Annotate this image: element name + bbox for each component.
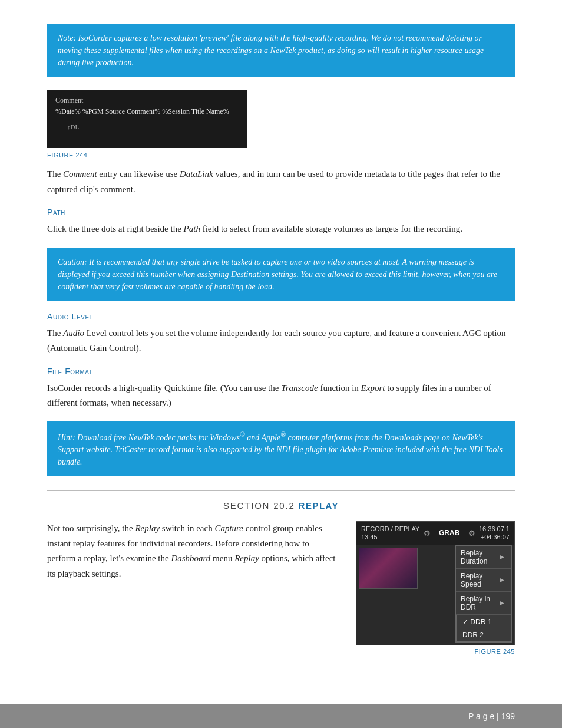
file-format-heading: File Format bbox=[47, 367, 515, 376]
audio-text-before: The bbox=[47, 328, 63, 338]
path-text-before: Click the three dots at right beside the bbox=[47, 224, 184, 233]
caution-text: Caution: It is recommended that any sing… bbox=[58, 258, 497, 291]
comment-value: %Date% %PGM Source Comment% %Session Tit… bbox=[55, 107, 239, 116]
record-replay-panel: RECORD / REPLAY 13:45 ⚙ GRAB ⚙ 16:36:07:… bbox=[356, 521, 515, 645]
audio-text-after: Level control lets you set the volume in… bbox=[47, 328, 506, 353]
rrp-header-left: RECORD / REPLAY 13:45 bbox=[361, 525, 419, 542]
replay-in-ddr-label: Replay in DDR bbox=[461, 595, 500, 611]
rrp-offset: +04:36:07 bbox=[479, 533, 510, 541]
replay-duration-label: Replay Duration bbox=[461, 549, 500, 565]
replay-in-ddr-item[interactable]: Replay in DDR ▶ bbox=[456, 592, 511, 615]
ddr2-item[interactable]: DDR 2 bbox=[457, 628, 511, 641]
note-box-text: Note: IsoCorder captures a low resolutio… bbox=[58, 34, 484, 67]
body-text-middle: entry can likewise use bbox=[97, 169, 180, 179]
note-box: Note: IsoCorder captures a low resolutio… bbox=[47, 24, 515, 77]
rrp-time: 13:45 bbox=[361, 533, 419, 541]
page: Note: IsoCorder captures a low resolutio… bbox=[0, 0, 562, 728]
grab-button[interactable]: GRAB bbox=[434, 529, 464, 537]
replay-duration-item[interactable]: Replay Duration ▶ bbox=[456, 546, 511, 569]
section-title: SECTION 20.2 REPLAY bbox=[47, 500, 515, 510]
caution-box: Caution: It is recommended that any sing… bbox=[47, 248, 515, 301]
dashboard-italic: Dashboard bbox=[171, 554, 210, 563]
audio-level-heading: Audio Level bbox=[47, 312, 515, 321]
rrp-header-right: 16:36:07:1 +04:36:07 bbox=[479, 525, 510, 542]
body-text-before: The bbox=[47, 169, 63, 179]
rrp-thumbnail bbox=[359, 548, 418, 589]
datalink-italic: DataLink bbox=[180, 169, 213, 179]
comment-figure: Comment %Date% %PGM Source Comment% %Ses… bbox=[47, 90, 515, 148]
ddr-submenu: ✓ DDR 1 DDR 2 bbox=[456, 615, 511, 642]
replay-duration-arrow: ▶ bbox=[500, 554, 504, 560]
section-divider bbox=[47, 490, 515, 491]
comment-italic: Comment bbox=[63, 169, 97, 179]
ff-text-before: IsoCorder records a high-quality Quickti… bbox=[47, 383, 281, 393]
path-text-after: field to select from available storage v… bbox=[200, 224, 462, 233]
cursor-icon: ↕DL bbox=[55, 123, 239, 130]
ddr1-item[interactable]: ✓ DDR 1 bbox=[457, 615, 511, 628]
file-format-text: IsoCorder records a high-quality Quickti… bbox=[47, 381, 515, 411]
figure-244-caption: FIGURE 244 bbox=[47, 151, 515, 159]
hint-text-before: Hint: Download free NewTek codec packs f… bbox=[58, 433, 240, 442]
audio-italic: Audio bbox=[63, 328, 84, 338]
audio-level-text: The Audio Level control lets you set the… bbox=[47, 326, 515, 356]
gear-icon: ⚙ bbox=[424, 529, 431, 538]
section-number: SECTION 20.2 bbox=[223, 500, 295, 510]
replay-speed-item[interactable]: Replay Speed ▶ bbox=[456, 569, 511, 592]
replay-text-block: Not too surprisingly, the Replay switch … bbox=[47, 521, 338, 581]
rrp-body: Replay Duration ▶ Replay Speed ▶ Replay … bbox=[356, 545, 514, 645]
replay-italic2: Replay bbox=[234, 554, 259, 563]
replay-section: Not too surprisingly, the Replay switch … bbox=[47, 521, 515, 655]
section-name: REPLAY bbox=[299, 500, 339, 510]
path-body-text: Click the three dots at right beside the… bbox=[47, 222, 515, 237]
page-footer: P a g e | 199 bbox=[0, 704, 562, 728]
hint-sup2: ® bbox=[280, 431, 286, 439]
replay-text1: Not too surprisingly, the bbox=[47, 523, 135, 533]
comment-label: Comment bbox=[55, 96, 239, 105]
replay-text4: menu bbox=[210, 554, 234, 563]
replay-italic1: Replay bbox=[135, 523, 160, 533]
hint-box: Hint: Download free NewTek codec packs f… bbox=[47, 421, 515, 477]
rrp-title: RECORD / REPLAY bbox=[361, 525, 419, 533]
transcode-italic: Transcode bbox=[281, 383, 318, 393]
rrp-timecode: 16:36:07:1 bbox=[479, 525, 510, 533]
replay-ddr-arrow: ▶ bbox=[500, 599, 504, 606]
replay-speed-arrow: ▶ bbox=[500, 577, 504, 583]
path-heading: Path bbox=[47, 207, 515, 217]
figure-245-caption: FIGURE 245 bbox=[356, 648, 515, 655]
rrp-right: Replay Duration ▶ Replay Speed ▶ Replay … bbox=[420, 545, 514, 645]
comment-box: Comment %Date% %PGM Source Comment% %Ses… bbox=[47, 90, 247, 148]
hint-sup1: ® bbox=[240, 431, 245, 439]
export-italic: Export bbox=[361, 383, 385, 393]
replay-speed-label: Replay Speed bbox=[461, 572, 500, 588]
replay-text2: switch in each bbox=[160, 523, 214, 533]
hint-text-middle: and Apple bbox=[245, 433, 280, 442]
capture-italic: Capture bbox=[214, 523, 243, 533]
path-italic: Path bbox=[184, 224, 200, 233]
gear-icon-2: ⚙ bbox=[468, 529, 475, 538]
page-number: P a g e | 199 bbox=[468, 711, 515, 721]
body-text-comment: The Comment entry can likewise use DataL… bbox=[47, 167, 515, 197]
ff-text-middle: function in bbox=[318, 383, 361, 393]
rrp-menu: Replay Duration ▶ Replay Speed ▶ Replay … bbox=[455, 545, 512, 643]
replay-figure: RECORD / REPLAY 13:45 ⚙ GRAB ⚙ 16:36:07:… bbox=[356, 521, 515, 655]
rrp-header: RECORD / REPLAY 13:45 ⚙ GRAB ⚙ 16:36:07:… bbox=[356, 522, 514, 545]
